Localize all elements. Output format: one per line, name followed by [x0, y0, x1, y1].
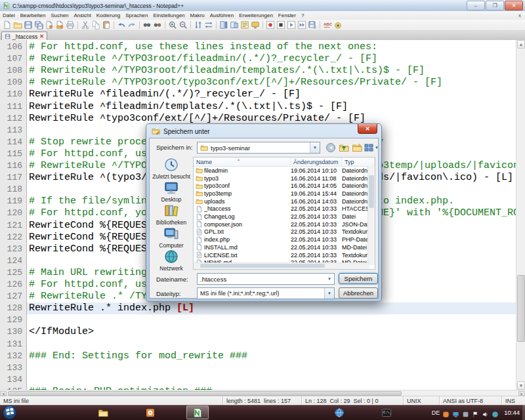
menu-item-sprachen[interactable]: Sprachen	[123, 12, 150, 19]
scroll-right-arrow-icon[interactable]: ►	[518, 391, 525, 396]
file-row[interactable]: ChangeLog22.05.2014 10:33Datei	[194, 213, 375, 220]
sidebar-item-bibliotheken[interactable]: Bibliotheken	[151, 203, 192, 226]
xampp-tray-icon[interactable]	[442, 409, 450, 416]
close-window-button[interactable]: ✕	[505, 1, 523, 10]
code-line[interactable]: # RewriteRule ^/TYPO3root/typo3conf/ext/…	[27, 77, 516, 89]
list-horizontal-thumb[interactable]	[200, 264, 325, 268]
list-vertical-scrollbar[interactable]	[368, 166, 375, 265]
menu-item-help[interactable]: ?	[299, 12, 306, 19]
menu-item-kodierung[interactable]: Kodierung	[94, 12, 123, 19]
taskbar-clock[interactable]: 10:44	[504, 409, 520, 416]
file-row[interactable]: INSTALL.md22.05.2014 10:33MD-Datei	[194, 243, 375, 251]
close-file-icon[interactable]	[45, 20, 54, 30]
file-row[interactable]: _htaccess22.05.2014 10:33HTACCESS	[194, 205, 375, 213]
code-line[interactable]: # RewriteRule ^/TYPO3root/fileadmin/(.*/…	[27, 53, 516, 65]
editor-vertical-scrollbar[interactable]: ▲ ▼	[516, 40, 525, 390]
doc-monitor-icon[interactable]	[333, 20, 343, 30]
scroll-down-arrow-icon[interactable]: ▼	[517, 381, 525, 390]
taskbar-app-media-app[interactable]	[139, 406, 161, 419]
up-one-level-button[interactable]	[337, 141, 350, 154]
paste-icon[interactable]	[102, 20, 111, 30]
macro-record-icon[interactable]	[266, 20, 275, 30]
menu-item-makro[interactable]: Makro	[188, 12, 207, 19]
code-line[interactable]: RewriteRule ^fileadmin/(.*/)?_recycler_/…	[27, 89, 516, 100]
macro-save-icon[interactable]	[308, 20, 317, 30]
taskbar-app-notepad-plus-plus[interactable]	[186, 406, 209, 419]
menu-item-einstellungen[interactable]: Einstellungen	[151, 12, 188, 19]
file-row[interactable]: fileadmin19.06.2014 10:10Dateiordner	[194, 167, 375, 175]
views-button[interactable]: ▼	[364, 141, 379, 154]
tab-close-icon[interactable]: ✕	[39, 34, 44, 39]
code-line[interactable]: # For httpd.conf, use these lines instea…	[27, 41, 516, 53]
sync-horizontal-icon[interactable]	[204, 20, 213, 30]
menu-item-erweiterungen[interactable]: Erweiterungen	[236, 12, 276, 19]
list-horizontal-scrollbar[interactable]	[194, 262, 369, 269]
show-desktop-button[interactable]	[522, 405, 525, 420]
menu-item-ansicht[interactable]: Ansicht	[72, 12, 94, 19]
menu-item-ausfhren[interactable]: Ausführen	[207, 12, 236, 19]
new-folder-button[interactable]	[350, 141, 363, 154]
dialog-close-button[interactable]: ✕	[358, 124, 377, 134]
display-tray-icon[interactable]	[452, 409, 459, 416]
file-row[interactable]: composer.json22.05.2014 10:33JSON-Datei	[194, 220, 375, 228]
find-icon[interactable]	[142, 20, 152, 30]
taskbar-app-explorer[interactable]	[92, 406, 114, 419]
doc-map-icon[interactable]	[219, 20, 228, 30]
menu-item-datei[interactable]: Datei	[0, 12, 18, 19]
column-header-type[interactable]: Typ	[342, 158, 375, 166]
function-list-icon[interactable]	[240, 20, 249, 30]
print-icon[interactable]	[66, 20, 75, 30]
code-line[interactable]: RewriteRule ^typo3conf/ext/[^/]+/Resourc…	[27, 113, 516, 125]
code-line[interactable]: ### End: Settings for mod_rewrite ###	[27, 350, 516, 362]
file-row[interactable]: GPL.txt22.05.2014 10:33Textdokument	[194, 228, 375, 236]
taskbar-app-internet-browser[interactable]	[328, 406, 350, 419]
language-indicator[interactable]: DE	[432, 410, 440, 416]
scroll-up-arrow-icon[interactable]: ▲	[517, 40, 525, 49]
cancel-button[interactable]: Abbrechen	[339, 287, 378, 299]
code-line[interactable]	[27, 339, 516, 350]
taskbar-app-firefox[interactable]	[281, 406, 303, 419]
minimize-button[interactable]: –	[467, 1, 485, 10]
column-header-date[interactable]: Änderungsdatum	[291, 158, 342, 166]
filetype-combobox[interactable]: MS ini file (*.ini;*.inf;*.reg;*.url) ▼	[197, 287, 335, 299]
horizontal-scroll-thumb[interactable]	[8, 391, 402, 396]
menu-item-bearbeiten[interactable]: Bearbeiten	[18, 12, 49, 19]
sidebar-item-desktop[interactable]: Desktop	[151, 180, 192, 203]
chevron-down-icon[interactable]: ▼	[325, 274, 334, 284]
save-all-icon[interactable]	[34, 20, 43, 30]
file-list[interactable]: Name Änderungsdatum Typ ▲ fileadmin19.06…	[193, 157, 375, 270]
chevron-down-icon[interactable]: ▼	[324, 288, 334, 299]
start-button[interactable]	[3, 406, 16, 419]
vertical-scroll-thumb[interactable]	[517, 275, 525, 342]
replace-icon[interactable]	[153, 20, 162, 30]
macro-stop-icon[interactable]	[276, 20, 285, 30]
speaker-icon[interactable]	[482, 409, 489, 416]
file-row[interactable]: typo3conf16.06.2014 14:05Dateiordner	[194, 182, 375, 190]
column-header-name[interactable]: Name	[194, 158, 291, 166]
code-line[interactable]: RewriteRule ^fileadmin/templates/.*(\.tx…	[27, 101, 516, 113]
file-row[interactable]: typo316.06.2014 11:08Dateiordner	[194, 175, 375, 182]
chevron-down-icon[interactable]: ▼	[310, 142, 320, 153]
code-line[interactable]: RewriteRule .* index.php [L]	[27, 303, 516, 314]
code-line[interactable]	[27, 374, 516, 386]
filename-combobox[interactable]: .htaccess ▼	[197, 273, 335, 285]
code-line[interactable]: # RewriteRule ^/TYPO3root/fileadmin/temp…	[27, 65, 516, 77]
macro-run-multiple-icon[interactable]	[297, 20, 306, 30]
sync-vertical-icon[interactable]	[194, 20, 203, 30]
file-row[interactable]: uploads16.06.2014 14:03Dateiordner	[194, 198, 375, 205]
maximize-button[interactable]: ❐	[486, 1, 504, 10]
file-row[interactable]: LICENSE.txt22.05.2014 10:33Textdokument	[194, 251, 375, 259]
zoom-out-icon[interactable]	[178, 20, 188, 30]
back-button[interactable]	[324, 141, 337, 154]
taskbar-app-chrome[interactable]	[234, 406, 256, 419]
doc-switcher-icon[interactable]	[230, 20, 239, 30]
sidebar-item-netzwerk[interactable]: Netzwerk	[151, 249, 192, 272]
network-icon[interactable]	[492, 409, 499, 416]
menu-item-suchen[interactable]: Suchen	[48, 12, 71, 19]
menu-item-fenster[interactable]: Fenster	[276, 12, 299, 19]
location-combobox[interactable]: typo3-seminar ▼	[197, 142, 320, 154]
undo-icon[interactable]	[117, 20, 126, 30]
file-row[interactable]: index.php22.05.2014 10:33PHP-Datei	[194, 236, 375, 243]
new-file-icon[interactable]	[3, 20, 12, 30]
menu-close-icon[interactable]: x	[518, 12, 521, 18]
